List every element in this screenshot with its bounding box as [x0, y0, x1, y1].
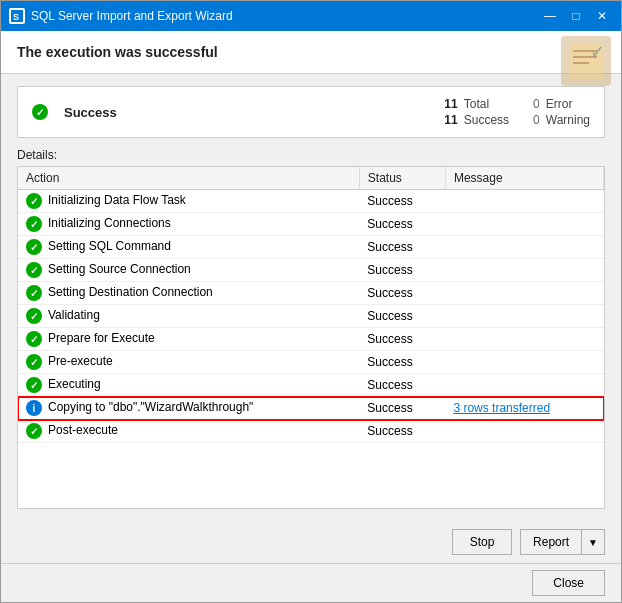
- stat-success-label: Success: [464, 113, 509, 127]
- success-row-icon: ✓: [26, 331, 42, 347]
- status-cell: Success: [359, 190, 445, 213]
- message-cell: [445, 190, 603, 213]
- status-cell: Success: [359, 420, 445, 443]
- stat-error-num: 0: [533, 97, 540, 111]
- stat-warning: 0 Warning: [533, 113, 590, 127]
- status-cell: Success: [359, 282, 445, 305]
- window-controls: — □ ✕: [539, 5, 613, 27]
- header-title: The execution was successful: [17, 44, 218, 60]
- action-text: Initializing Data Flow Task: [48, 193, 186, 207]
- message-cell: [445, 351, 603, 374]
- close-button-bottom[interactable]: Close: [532, 570, 605, 596]
- status-cell: Success: [359, 236, 445, 259]
- action-cell: ✓Setting Source Connection: [18, 259, 359, 282]
- stat-total: 11 Total: [444, 97, 509, 111]
- stat-total-label: Total: [464, 97, 489, 111]
- report-button-group[interactable]: Report ▼: [520, 529, 605, 555]
- table-row: ✓Setting Destination ConnectionSuccess: [18, 282, 604, 305]
- stat-total-num: 11: [444, 97, 457, 111]
- message-cell: [445, 328, 603, 351]
- details-label: Details:: [17, 148, 605, 162]
- action-cell: ✓Post-execute: [18, 420, 359, 443]
- status-cell: Success: [359, 259, 445, 282]
- action-cell: ✓Initializing Data Flow Task: [18, 190, 359, 213]
- status-cell: Success: [359, 351, 445, 374]
- success-row-icon: ✓: [26, 239, 42, 255]
- details-table: Action Status Message ✓Initializing Data…: [18, 167, 604, 443]
- message-cell: [445, 420, 603, 443]
- success-row-icon: ✓: [26, 262, 42, 278]
- stop-button[interactable]: Stop: [452, 529, 512, 555]
- report-button[interactable]: Report: [521, 530, 581, 554]
- action-cell: ✓Setting Destination Connection: [18, 282, 359, 305]
- table-body: ✓Initializing Data Flow TaskSuccess✓Init…: [18, 190, 604, 443]
- table-header-row: Action Status Message: [18, 167, 604, 190]
- svg-rect-3: [569, 43, 603, 79]
- action-footer: Stop Report ▼: [1, 521, 621, 563]
- success-panel: ✓ Success 11 Total 11 Success 0: [17, 86, 605, 138]
- message-cell: [445, 305, 603, 328]
- stat-warning-label: Warning: [546, 113, 590, 127]
- info-row-icon: i: [26, 400, 42, 416]
- success-label: Success: [64, 105, 117, 120]
- action-text: Initializing Connections: [48, 216, 171, 230]
- stat-success-num: 11: [444, 113, 457, 127]
- stat-error-label: Error: [546, 97, 573, 111]
- col-header-action: Action: [18, 167, 359, 190]
- table-row: ✓ValidatingSuccess: [18, 305, 604, 328]
- table-row: ✓Setting SQL CommandSuccess: [18, 236, 604, 259]
- success-row-icon: ✓: [26, 308, 42, 324]
- action-text: Pre-execute: [48, 354, 113, 368]
- table-row: iCopying to "dbo"."WizardWalkthrough"Suc…: [18, 397, 604, 420]
- status-cell: Success: [359, 397, 445, 420]
- table-row: ✓Prepare for ExecuteSuccess: [18, 328, 604, 351]
- status-cell: Success: [359, 213, 445, 236]
- success-row-icon: ✓: [26, 193, 42, 209]
- maximize-button[interactable]: □: [565, 5, 587, 27]
- stat-success: 11 Success: [444, 113, 509, 127]
- action-text: Executing: [48, 377, 101, 391]
- report-dropdown-arrow[interactable]: ▼: [581, 530, 604, 554]
- stat-col-total-success: 11 Total 11 Success: [444, 97, 509, 127]
- action-cell: ✓Validating: [18, 305, 359, 328]
- status-cell: Success: [359, 374, 445, 397]
- col-header-message: Message: [445, 167, 603, 190]
- title-bar: S SQL Server Import and Export Wizard — …: [1, 1, 621, 31]
- minimize-button[interactable]: —: [539, 5, 561, 27]
- action-text: Setting Source Connection: [48, 262, 191, 276]
- details-table-wrapper[interactable]: Action Status Message ✓Initializing Data…: [17, 166, 605, 509]
- action-cell: ✓Initializing Connections: [18, 213, 359, 236]
- status-cell: Success: [359, 328, 445, 351]
- success-row-icon: ✓: [26, 216, 42, 232]
- success-stats: 11 Total 11 Success 0 Error 0 Wa: [444, 97, 590, 127]
- success-row-icon: ✓: [26, 285, 42, 301]
- action-text: Setting Destination Connection: [48, 285, 213, 299]
- success-row-icon: ✓: [26, 423, 42, 439]
- svg-text:S: S: [13, 12, 19, 22]
- success-row-icon: ✓: [26, 377, 42, 393]
- stat-error: 0 Error: [533, 97, 590, 111]
- bottom-footer: Close: [1, 563, 621, 602]
- app-icon: S: [9, 8, 25, 24]
- message-cell: [445, 282, 603, 305]
- status-cell: Success: [359, 305, 445, 328]
- table-row: ✓Post-executeSuccess: [18, 420, 604, 443]
- stat-col-error-warning: 0 Error 0 Warning: [533, 97, 590, 127]
- success-panel-icon: ✓: [32, 104, 48, 120]
- message-cell: [445, 236, 603, 259]
- action-cell: iCopying to "dbo"."WizardWalkthrough": [18, 397, 359, 420]
- close-button[interactable]: ✕: [591, 5, 613, 27]
- success-left: ✓ Success: [32, 104, 117, 120]
- table-row: ✓Initializing ConnectionsSuccess: [18, 213, 604, 236]
- action-text: Copying to "dbo"."WizardWalkthrough": [48, 400, 253, 414]
- message-cell: [445, 213, 603, 236]
- action-text: Post-execute: [48, 423, 118, 437]
- message-cell[interactable]: 3 rows transferred: [445, 397, 603, 420]
- action-text: Validating: [48, 308, 100, 322]
- title-bar-text: SQL Server Import and Export Wizard: [31, 9, 539, 23]
- main-window: S SQL Server Import and Export Wizard — …: [0, 0, 622, 603]
- message-cell: [445, 259, 603, 282]
- action-cell: ✓Prepare for Execute: [18, 328, 359, 351]
- details-section: Details: Action Status Message ✓Initiali…: [17, 148, 605, 509]
- rows-transferred-link[interactable]: 3 rows transferred: [453, 401, 550, 415]
